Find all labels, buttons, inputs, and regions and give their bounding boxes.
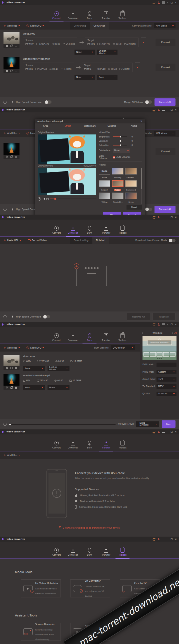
next-template-button[interactable] [171,332,173,334]
close-button[interactable]: × [175,2,177,4]
maximize-button[interactable]: □ [170,109,173,111]
convert-all-button[interactable]: Convert All [154,206,176,213]
tab-watermark[interactable]: Watermark [79,123,101,129]
tab-audio[interactable]: Audio [123,123,145,129]
tab-effect[interactable]: Effect [57,123,79,129]
trim-icon[interactable] [6,386,8,389]
tab-toolbox[interactable]: Toolbox [116,225,129,234]
menu-type-select[interactable]: Custom [156,370,176,374]
minimize-button[interactable]: – [167,538,168,540]
tab-burn[interactable]: Burn [83,333,96,342]
tab-burn[interactable]: Burn [83,548,96,556]
pending-transfer-link[interactable]: 3 item(s) are waiting to be transferred … [0,526,179,529]
filter-item[interactable]: Retro [125,193,137,204]
account-icon[interactable] [158,109,160,111]
minimize-button[interactable]: – [167,323,168,326]
store-icon[interactable] [153,2,156,4]
tab-transfer[interactable]: Transfer [99,548,113,556]
store-icon[interactable] [153,324,156,325]
quality-select[interactable]: Standard [156,392,176,396]
subtitle-select[interactable]: None [74,50,95,55]
tab-download[interactable]: Download [66,226,80,234]
add-files-button[interactable]: +Add Files [4,346,20,349]
play-button[interactable] [38,197,41,201]
crop-icon[interactable] [10,156,12,158]
effects-icon[interactable] [15,387,17,389]
reset-button[interactable]: Reset [126,205,142,210]
account-icon[interactable] [158,323,160,326]
tool-card-vr-converter[interactable]: VR ConverterConvert videos to VR and enj… [70,579,110,597]
saturation-slider[interactable] [113,145,127,145]
tab-convert[interactable]: Convert [50,441,63,449]
tab-burn[interactable]: Burn [83,226,96,234]
add-files-button[interactable]: +Add Files [4,24,20,27]
tab-convert[interactable]: Convert [50,11,63,20]
output-format-select[interactable]: MP4 Video [154,131,176,136]
auto-enhance-checkbox[interactable] [113,156,115,158]
filter-item[interactable]: Sunkissed [125,180,137,192]
store-icon[interactable] [153,538,156,540]
close-button[interactable]: × [175,323,177,326]
menu-icon[interactable] [162,2,165,4]
tab-finished[interactable]: Finished [92,237,109,244]
pause-all-button[interactable]: Pause All [152,313,176,320]
effects-icon[interactable] [15,45,17,47]
tab-convert[interactable]: Convert [50,548,63,556]
tab-transfer[interactable]: Transfer [99,333,113,342]
download-convert-mode-toggle[interactable] [169,239,176,242]
tab-toolbox[interactable]: Toolbox [116,440,129,449]
contrast-slider[interactable] [113,141,127,141]
tab-crop[interactable]: Crop [35,123,57,129]
maximize-button[interactable]: □ [170,2,173,4]
convert-all-button[interactable]: Convert All [154,98,176,106]
tab-transfer[interactable]: Transfer [99,441,113,449]
schedule-icon[interactable] [4,315,6,318]
subtitle-select[interactable]: None [74,75,95,80]
crop-icon[interactable] [10,45,12,47]
account-icon[interactable] [158,431,160,433]
merge-toggle[interactable] [145,100,152,104]
tab-converted[interactable]: Converted [90,22,109,30]
convert-button[interactable]: Convert [156,64,176,71]
account-icon[interactable] [158,2,160,4]
tab-burn[interactable]: Burn [83,441,96,449]
tab-download[interactable]: Download [66,11,80,20]
resume-all-button[interactable]: Resume All [127,313,150,320]
tab-convert[interactable]: Convert [50,333,63,342]
previous-template-button[interactable] [142,332,144,334]
tab-download[interactable]: Download [66,441,80,449]
maximize-button[interactable]: □ [170,216,173,218]
minimize-button[interactable]: – [167,431,168,433]
menu-icon[interactable] [162,538,165,540]
seek-slider[interactable] [50,199,96,199]
crop-icon[interactable] [10,367,12,369]
crop-icon[interactable] [10,70,12,72]
schedule-icon[interactable] [4,208,6,211]
filter-item[interactable]: NoneNone [99,168,110,179]
filter-item[interactable]: Snow2 [99,180,110,192]
maximize-button[interactable]: □ [170,431,173,433]
tab-burn[interactable]: Burn [83,11,96,20]
crop-icon[interactable] [10,387,12,389]
next-frame-button[interactable] [46,198,48,200]
trim-icon[interactable] [6,155,8,158]
tool-card-fix-metadata[interactable]: Fix Video MetadataAuto-fix and edit vide… [21,579,61,597]
high-speed-download-toggle[interactable] [43,315,50,318]
minimize-button[interactable]: – [167,109,168,111]
add-files-button[interactable]: +Add Files [4,454,20,457]
cancel-button[interactable]: Cancel [123,212,141,215]
minimize-button[interactable]: – [167,216,168,218]
menu-icon[interactable] [162,431,165,433]
audio-select[interactable]: English-Windo... [48,366,70,371]
tab-download[interactable]: Download [66,333,80,342]
trim-icon[interactable] [6,367,8,369]
filter-item[interactable]: Holiday [112,168,124,179]
filter-item[interactable]: Septem... [125,168,137,179]
disc-type-select[interactable]: DVD5 (4700MB) [136,421,159,427]
schedule-icon[interactable] [4,101,6,104]
target-format-button[interactable] [141,37,146,47]
minimize-button[interactable]: – [167,2,168,4]
menu-icon[interactable] [162,216,165,218]
convert-button[interactable]: Convert [156,39,176,46]
burn-target-select[interactable]: DVD Folder [111,345,135,350]
